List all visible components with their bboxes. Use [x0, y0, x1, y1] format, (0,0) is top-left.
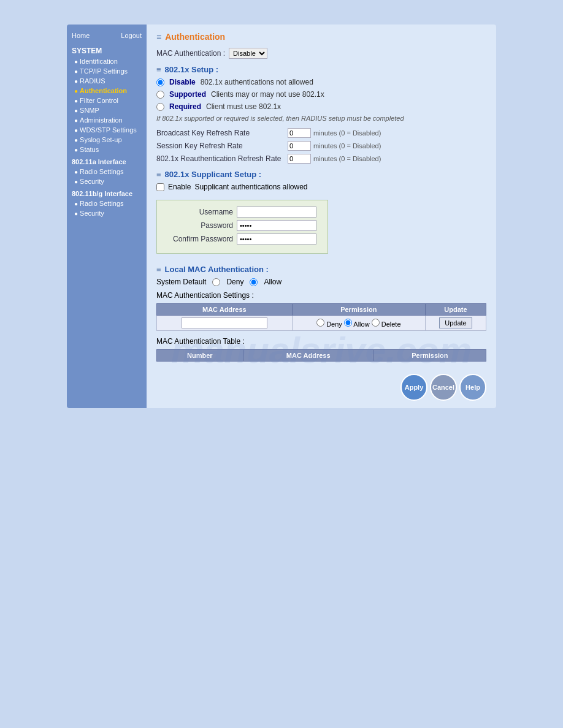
apply-button[interactable]: Apply	[400, 374, 427, 401]
sidebar-topbar: Home Logout	[67, 29, 147, 44]
mac-auth-table-label: MAC Authentication Table :	[156, 337, 245, 346]
session-key-input[interactable]	[288, 141, 311, 151]
perm-delete-radio[interactable]	[372, 319, 380, 327]
main-content: manualsrive.com Authentication MAC Authe…	[147, 25, 496, 408]
radio-supported[interactable]	[156, 91, 164, 99]
confirm-password-row: Confirm Password	[166, 233, 319, 245]
bullet-icon: ●	[74, 68, 78, 75]
sidebar-item-a-radio[interactable]: ● Radio Settings	[67, 167, 147, 176]
update-button[interactable]: Update	[439, 317, 472, 328]
radio-required-desc: Client must use 802.1x	[206, 102, 281, 111]
mac-auth-select[interactable]: Disable Enable	[229, 48, 267, 59]
sidebar-item-a-security[interactable]: ● Security	[67, 176, 147, 186]
system-section-title: SYSTEM	[67, 44, 147, 56]
bullet-icon: ●	[74, 210, 78, 217]
update-cell: Update	[425, 316, 486, 331]
mac-address-input[interactable]	[182, 317, 267, 328]
home-link[interactable]: Home	[72, 32, 90, 39]
system-default-row: System Default Deny Allow	[156, 278, 486, 286]
radio-required-label: Required	[169, 102, 201, 111]
system-default-deny-radio[interactable]	[212, 278, 220, 286]
sidebar: Home Logout SYSTEM ● Identification ● TC…	[67, 25, 147, 408]
supplicant-enable-row: Enable Supplicant authentications allowe…	[156, 183, 486, 191]
password-label: Password	[166, 221, 233, 230]
bullet-icon: ●	[74, 146, 78, 153]
table-row: Deny Allow Delete Update	[157, 316, 486, 331]
confirm-password-label: Confirm Password	[166, 235, 233, 243]
sidebar-item-filter[interactable]: ● Filter Control	[67, 96, 147, 105]
mac-address-cell	[157, 316, 293, 331]
broadcast-key-input[interactable]	[288, 128, 311, 138]
help-button[interactable]: Help	[459, 374, 486, 401]
sidebar-item-identification[interactable]: ● Identification	[67, 56, 147, 66]
bullet-icon: ●	[74, 58, 78, 65]
mac-table-header-permission: Permission	[292, 304, 425, 316]
radio-supported-label: Supported	[169, 90, 206, 99]
session-key-label: Session Key Refresh Rate	[156, 142, 285, 150]
bullet-icon: ●	[74, 200, 78, 207]
logout-link[interactable]: Logout	[121, 32, 142, 39]
reauth-input[interactable]	[288, 154, 311, 164]
bullet-icon: ●	[74, 178, 78, 185]
bullet-icon: ●	[74, 137, 78, 143]
broadcast-key-label: Broadcast Key Refresh Rate	[156, 129, 285, 137]
supplicant-enable-desc: Supplicant authentications allowed	[194, 183, 307, 191]
username-row: Username	[166, 207, 319, 218]
session-key-row: Session Key Refresh Rate minutes (0 = Di…	[156, 141, 486, 151]
info-text: If 802.1x supported or required is selec…	[156, 115, 486, 122]
perm-deny-radio[interactable]	[316, 319, 324, 327]
permission-cell: Deny Allow Delete	[292, 316, 425, 331]
reauth-label: 802.1x Reauthentication Refresh Rate	[156, 154, 285, 163]
supplicant-enable-checkbox[interactable]	[156, 183, 164, 191]
sidebar-item-syslog[interactable]: ● Syslog Set-up	[67, 135, 147, 145]
password-input[interactable]	[237, 220, 316, 231]
sidebar-item-bg-radio[interactable]: ● Radio Settings	[67, 199, 147, 208]
cancel-button[interactable]: Cancel	[430, 374, 457, 401]
system-default-label: System Default	[156, 278, 206, 286]
radio-supported-desc: Clients may or may not use 802.1x	[211, 90, 324, 99]
broadcast-key-unit: minutes (0 = Disabled)	[313, 129, 381, 137]
username-input[interactable]	[237, 207, 316, 218]
radio-disable-row: Disable 802.1x authentications not allow…	[156, 78, 486, 86]
system-default-allow-radio[interactable]	[250, 278, 258, 286]
mac-auth-header-address: MAC Address	[243, 350, 373, 362]
mac-settings-label: MAC Authentication Settings :	[156, 291, 254, 300]
bullet-icon: ●	[74, 117, 78, 124]
mac-auth-header-number: Number	[157, 350, 243, 362]
sidebar-item-snmp[interactable]: ● SNMP	[67, 105, 147, 115]
radio-required-row: Required Client must use 802.1x	[156, 102, 486, 111]
reauth-unit: minutes (0 = Disabled)	[313, 155, 381, 162]
sidebar-item-admin[interactable]: ● Administration	[67, 115, 147, 125]
local-mac-header: Local MAC Authentication :	[156, 265, 486, 274]
sidebar-item-tcpip[interactable]: ● TCP/IP Settings	[67, 66, 147, 76]
sidebar-item-authentication[interactable]: ● Authentication	[67, 86, 147, 96]
radio-disable-desc: 802.1x authentications not allowed	[201, 78, 313, 86]
radio-disable[interactable]	[156, 78, 164, 86]
radio-required[interactable]	[156, 103, 164, 111]
bullet-icon: ●	[74, 97, 78, 104]
confirm-password-input[interactable]	[237, 233, 316, 245]
perm-allow-label: Allow	[353, 320, 369, 328]
mac-table-header-update: Update	[425, 304, 486, 316]
mac-auth-header-permission: Permission	[373, 350, 486, 362]
radio-supported-row: Supported Clients may or may not use 802…	[156, 90, 486, 99]
bullet-icon: ●	[74, 78, 78, 85]
broadcast-key-row: Broadcast Key Refresh Rate minutes (0 = …	[156, 128, 486, 138]
allow-radio-label: Allow	[264, 278, 282, 286]
perm-allow-radio[interactable]	[344, 319, 352, 327]
mac-auth-label: MAC Authentication :	[156, 49, 225, 58]
sidebar-item-bg-security[interactable]: ● Security	[67, 208, 147, 218]
mac-auth-table-label-row: MAC Authentication Table :	[156, 337, 486, 346]
sidebar-item-status[interactable]: ● Status	[67, 145, 147, 154]
supplicant-header: 802.1x Supplicant Setup :	[156, 170, 486, 179]
sidebar-item-radius[interactable]: ● RADIUS	[67, 76, 147, 86]
sidebar-item-wds[interactable]: ● WDS/STP Settings	[67, 125, 147, 135]
reauth-row: 802.1x Reauthentication Refresh Rate min…	[156, 154, 486, 164]
mac-settings-label-row: MAC Authentication Settings :	[156, 291, 486, 300]
bottom-buttons: Apply Cancel Help	[156, 374, 486, 401]
session-key-unit: minutes (0 = Disabled)	[313, 142, 381, 150]
password-row: Password	[166, 220, 319, 231]
perm-delete-label: Delete	[381, 320, 401, 328]
page-title: Authentication	[156, 32, 486, 42]
supplicant-box: Username Password Confirm Password	[156, 200, 328, 254]
